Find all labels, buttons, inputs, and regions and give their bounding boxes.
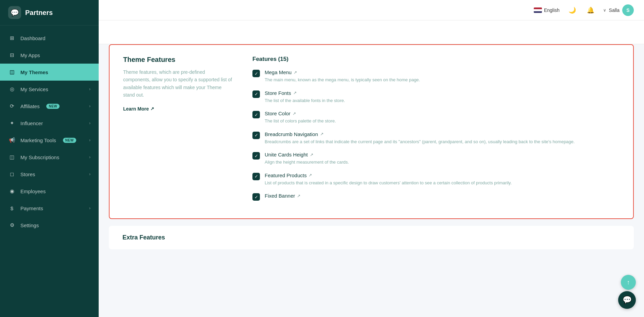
payments-icon: $ <box>8 204 16 212</box>
feature-content-6: Fixed Banner↗ <box>265 193 300 200</box>
avatar: S <box>622 4 634 16</box>
feature-title-5: Featured Products↗ <box>265 172 512 178</box>
feature-item-6: ✓Fixed Banner↗ <box>252 193 620 201</box>
chat-button[interactable]: 💬 <box>618 291 636 309</box>
extra-features-title: Extra Features <box>122 234 620 241</box>
flag-icon <box>534 7 542 13</box>
top-stub <box>99 20 644 44</box>
extra-features-section: Extra Features <box>109 226 634 249</box>
sidebar-label-my-themes: My Themes <box>20 69 48 75</box>
features-list-panel: Features (15) ✓Mega Menu↗The main menu, … <box>252 56 620 207</box>
affiliates-icon: ⟳ <box>8 102 16 110</box>
sidebar-item-stores[interactable]: ◻Stores› <box>0 166 99 183</box>
theme-features-title: Theme Features <box>123 56 232 64</box>
feature-item-4: ✓Unite Cards Height↗Align the height mea… <box>252 152 620 166</box>
sidebar-item-my-themes[interactable]: ◫My Themes <box>0 64 99 81</box>
feature-ext-link-5[interactable]: ↗ <box>309 173 312 178</box>
theme-features-description: Theme features, which are pre-defined co… <box>123 68 232 99</box>
feature-item-0: ✓Mega Menu↗The main menu, known as the m… <box>252 69 620 83</box>
feature-item-3: ✓Breadcrumb Navigation↗Breadcrumbs are a… <box>252 131 620 145</box>
feature-title-1: Store Fonts↗ <box>265 90 345 96</box>
language-selector[interactable]: English <box>534 7 560 13</box>
sidebar-label-dashboard: Dashboard <box>20 35 45 41</box>
my-themes-icon: ◫ <box>8 68 16 76</box>
feature-desc-3: Breadcrumbs are a set of links that indi… <box>265 138 575 145</box>
feature-checkbox-4[interactable]: ✓ <box>252 152 260 160</box>
feature-checkbox-3[interactable]: ✓ <box>252 132 260 139</box>
feature-ext-link-2[interactable]: ↗ <box>293 111 296 116</box>
feature-content-5: Featured Products↗List of products that … <box>265 172 512 186</box>
marketing-tools-icon: 📢 <box>8 136 16 144</box>
user-menu[interactable]: ∨ Salla S <box>603 4 634 16</box>
sidebar-label-affiliates: Affiliates <box>20 103 39 109</box>
content-area: Theme Features Theme features, which are… <box>99 20 644 317</box>
chevron-influencer: › <box>89 121 90 126</box>
influencer-icon: ✦ <box>8 119 16 127</box>
feature-checkbox-6[interactable]: ✓ <box>252 193 260 201</box>
sidebar-item-dashboard[interactable]: ⊞Dashboard <box>0 30 99 47</box>
sidebar-label-stores: Stores <box>20 171 35 177</box>
feature-desc-5: List of products that is created in a sp… <box>265 180 512 186</box>
feature-ext-link-3[interactable]: ↗ <box>320 132 324 136</box>
feature-checkbox-2[interactable]: ✓ <box>252 111 260 118</box>
feature-ext-link-0[interactable]: ↗ <box>294 70 297 75</box>
chevron-payments: › <box>89 206 90 211</box>
sidebar-item-affiliates[interactable]: ⟳AffiliatesNEW› <box>0 98 99 115</box>
sidebar-navigation: ⊞Dashboard⊟My Apps◫My Themes◎My Services… <box>0 26 99 317</box>
sidebar-item-my-subscriptions[interactable]: ◫My Subscriptions› <box>0 149 99 166</box>
feature-desc-0: The main menu, known as the mega menu, i… <box>265 77 420 83</box>
feature-ext-link-1[interactable]: ↗ <box>293 90 297 95</box>
username-label: Salla <box>609 7 620 13</box>
feature-content-1: Store Fonts↗The list of the available fo… <box>265 90 345 104</box>
chevron-my-subscriptions: › <box>89 155 90 160</box>
sidebar-label-payments: Payments <box>20 205 43 211</box>
badge-affiliates: NEW <box>46 104 60 109</box>
sidebar-label-employees: Employees <box>20 188 46 194</box>
employees-icon: ◉ <box>8 187 16 195</box>
learn-more-link[interactable]: Learn More ↗ <box>123 106 154 112</box>
my-services-icon: ◎ <box>8 85 16 93</box>
sidebar-label-my-subscriptions: My Subscriptions <box>20 154 59 160</box>
sidebar-item-settings[interactable]: ⚙Settings <box>0 217 99 234</box>
feature-checkbox-5[interactable]: ✓ <box>252 173 260 180</box>
feature-content-0: Mega Menu↗The main menu, known as the me… <box>265 69 420 83</box>
features-list: ✓Mega Menu↗The main menu, known as the m… <box>252 69 620 201</box>
sidebar-item-influencer[interactable]: ✦Influencer› <box>0 115 99 132</box>
feature-item-5: ✓Featured Products↗List of products that… <box>252 172 620 186</box>
sidebar-item-marketing-tools[interactable]: 📢Marketing ToolsNEW› <box>0 132 99 149</box>
sidebar-item-payments[interactable]: $Payments› <box>0 200 99 217</box>
topbar: English 🌙 🔔 ∨ Salla S <box>99 0 644 20</box>
card-left-panel: Theme Features Theme features, which are… <box>123 56 232 207</box>
feature-ext-link-6[interactable]: ↗ <box>297 194 300 198</box>
scroll-up-button[interactable]: ↑ <box>621 275 636 290</box>
sidebar-item-my-services[interactable]: ◎My Services› <box>0 81 99 98</box>
sidebar-item-employees[interactable]: ◉Employees <box>0 183 99 200</box>
settings-icon: ⚙ <box>8 221 16 229</box>
sidebar-label-my-apps: My Apps <box>20 52 40 58</box>
external-link-icon: ↗ <box>150 106 154 111</box>
language-label: English <box>544 7 560 13</box>
feature-item-2: ✓Store Color↗The list of colors palette … <box>252 111 620 124</box>
feature-title-0: Mega Menu↗ <box>265 69 420 75</box>
feature-ext-link-4[interactable]: ↗ <box>310 152 313 157</box>
feature-title-6: Fixed Banner↗ <box>265 193 300 199</box>
feature-item-1: ✓Store Fonts↗The list of the available f… <box>252 90 620 104</box>
chevron-affiliates: › <box>89 104 90 109</box>
dashboard-icon: ⊞ <box>8 34 16 42</box>
stores-icon: ◻ <box>8 170 16 178</box>
sidebar-item-my-apps[interactable]: ⊟My Apps <box>0 47 99 64</box>
sidebar-logo[interactable]: 💬 Partners <box>0 0 99 26</box>
dark-mode-toggle[interactable]: 🌙 <box>566 4 578 16</box>
notifications-button[interactable]: 🔔 <box>585 4 596 16</box>
sidebar: 💬 Partners ⊞Dashboard⊟My Apps◫My Themes◎… <box>0 0 99 317</box>
logo-text: Partners <box>25 9 53 17</box>
chevron-my-services: › <box>89 87 90 91</box>
sidebar-label-marketing-tools: Marketing Tools <box>20 137 56 143</box>
feature-checkbox-0[interactable]: ✓ <box>252 70 260 77</box>
feature-content-4: Unite Cards Height↗Align the height meas… <box>265 152 349 166</box>
chevron-stores: › <box>89 172 90 177</box>
feature-desc-4: Align the height measurement of the card… <box>265 159 349 166</box>
sidebar-label-influencer: Influencer <box>20 120 43 126</box>
feature-content-2: Store Color↗The list of colors palette o… <box>265 111 336 124</box>
feature-checkbox-1[interactable]: ✓ <box>252 90 260 98</box>
